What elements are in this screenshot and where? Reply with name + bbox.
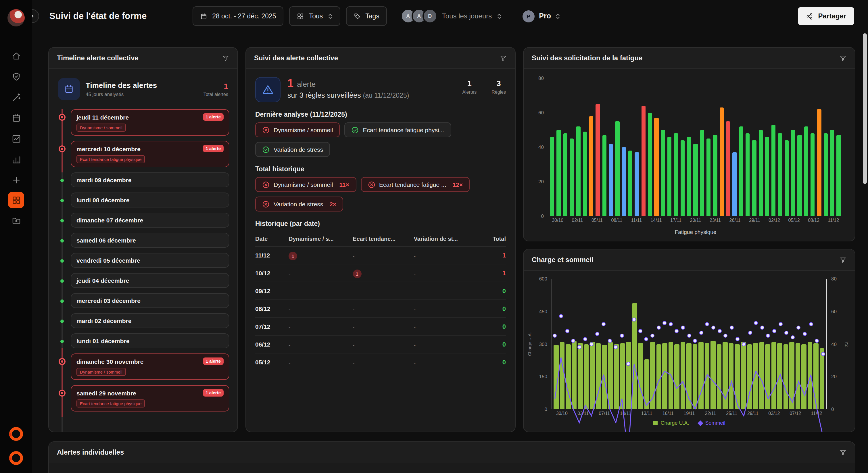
panel-charge-sommeil: Charge et sommeil Charge U.A. 0150300450… [523, 249, 855, 432]
players-filter[interactable]: AAD Tous les joueurs [401, 9, 501, 24]
user-avatar[interactable] [7, 9, 25, 26]
timeline-item[interactable]: samedi 06 décembre [57, 233, 229, 248]
sidebar-item-dashboard-active[interactable] [8, 192, 24, 208]
filter-button[interactable] [839, 448, 847, 456]
stat-alertes-value: 1 [462, 79, 476, 88]
fatigue-bar [707, 138, 711, 216]
panel-header: Charge et sommeil [524, 249, 855, 271]
fatigue-bar [804, 126, 808, 216]
empty-cell: - [353, 360, 355, 366]
fatigue-bar [758, 130, 763, 216]
fatigue-bar [791, 130, 795, 216]
sidebar-item-stats[interactable] [6, 130, 26, 147]
x-tick-label: 20/11 [686, 218, 706, 223]
timeline-item[interactable]: vendredi 05 décembre [57, 253, 229, 268]
filter-button[interactable] [839, 256, 847, 263]
chevrons-updown-icon [328, 12, 333, 20]
table-row[interactable]: 05/12---0 [255, 353, 506, 371]
row-total: 0 [475, 341, 506, 348]
scrollbar-thumb[interactable] [863, 33, 867, 184]
timeline-item[interactable]: mardi 02 décembre [57, 313, 229, 328]
axis-tick-label: 60 [831, 309, 837, 314]
app-logo-secondary [9, 451, 23, 465]
timeline-item[interactable]: mercredi 03 décembre [57, 293, 229, 308]
fatigue-bar [635, 152, 639, 216]
fatigue-bar [700, 130, 704, 216]
table-row[interactable]: 08/12---0 [255, 300, 506, 318]
row-date: 05/12 [255, 359, 288, 366]
sidebar-item-protection[interactable] [6, 68, 26, 85]
calendar-icon [200, 12, 208, 20]
fatigue-bar [602, 135, 607, 216]
timeline-summary-card: Timeline des alertes 45 jours analysés 1… [57, 76, 229, 102]
fatigue-bar [557, 130, 561, 216]
timeline-item[interactable]: dimanche 30 novembre1 alerteDynamisme / … [57, 353, 229, 380]
sidebar-item-health[interactable] [6, 171, 26, 189]
x-tick-label: 11/11 [626, 218, 646, 223]
sidebar-item-home[interactable] [6, 47, 26, 64]
rule-chip[interactable]: Ecart tendance fatigue physi... [345, 122, 451, 137]
timeline-item[interactable]: mardi 09 décembre [57, 172, 229, 187]
sommeil-point [638, 329, 642, 333]
fatigue-bar [583, 132, 587, 216]
timeline-item[interactable]: lundi 01 décembre [57, 333, 229, 348]
fatigue-plot [548, 78, 843, 216]
circle-check-icon [262, 146, 270, 153]
timeline-item[interactable]: lundi 08 décembre [57, 192, 229, 208]
sidebar-item-files[interactable] [6, 212, 26, 229]
table-row[interactable]: 07/12---0 [255, 318, 506, 336]
historic-chips: Dynamisme / sommeil11×Ecart tendance fat… [255, 177, 506, 212]
category-icon [297, 12, 304, 20]
timeline-item[interactable]: mercredi 10 décembre1 alerteEcart tendan… [57, 141, 229, 167]
row-date: 11/12 [255, 252, 288, 259]
panel-title: Charge et sommeil [532, 256, 593, 264]
day-marker-icon [60, 219, 64, 222]
rule-chip[interactable]: Dynamisme / sommeil [255, 122, 340, 137]
timeline-item[interactable]: samedi 29 novembre1 alerteEcart tendance… [57, 385, 229, 411]
historic-rule-chip[interactable]: Variation de stress2× [255, 196, 343, 212]
sidebar-item-planning[interactable] [6, 109, 26, 126]
table-header-cell: Total [475, 235, 506, 242]
topbar: Suivi de l'état de forme 28 oct. - 27 dé… [32, 0, 868, 32]
table-row[interactable]: 06/12---0 [255, 336, 506, 353]
row-total: 1 [475, 252, 506, 259]
filter-button[interactable] [222, 54, 229, 62]
group-filter-select[interactable]: Tous [289, 6, 340, 26]
table-row[interactable]: 10/12-1-1 [255, 264, 506, 282]
page-scrollbar[interactable] [863, 33, 867, 473]
sidebar-nav [6, 47, 26, 229]
table-row[interactable]: 11/121--1 [255, 247, 506, 264]
player-avatar[interactable]: D [423, 9, 437, 24]
empty-cell: - [288, 306, 290, 313]
sidebar-item-analytics[interactable] [6, 151, 26, 168]
timeline-item[interactable]: dimanche 07 décembre [57, 213, 229, 228]
page-title: Suivi de l'état de forme [50, 11, 147, 21]
historic-rule-chip[interactable]: Ecart tendance fatigue ...12× [361, 177, 470, 192]
rule-chip[interactable]: Variation de stress [255, 142, 330, 157]
timeline-item[interactable]: jeudi 04 décembre [57, 273, 229, 288]
sommeil-point [650, 334, 654, 338]
historic-rule-chip[interactable]: Dynamisme / sommeil11× [255, 177, 356, 192]
rule-chip-label: Variation de stress [274, 146, 323, 153]
sidebar-item-tools[interactable] [6, 89, 26, 106]
stat-regles: 3 Règles [492, 79, 506, 95]
fatigue-bar [570, 138, 574, 216]
share-button[interactable]: Partager [798, 7, 854, 25]
tag-icon [353, 12, 361, 20]
sommeil-point [620, 334, 624, 338]
pro-select[interactable]: P Pro [522, 10, 561, 22]
fatigue-chart: 020406080 30/1002/1105/1108/1111/1114/11… [524, 69, 855, 241]
tags-button[interactable]: Tags [346, 6, 387, 26]
empty-cell: - [288, 288, 290, 295]
fatigue-bar [596, 104, 600, 216]
x-tick-label: 05/12 [784, 218, 804, 223]
table-row[interactable]: 09/12---0 [255, 282, 506, 300]
group-filter-value: Tous [309, 13, 323, 20]
funnel-icon [839, 54, 847, 62]
sommeil-point [644, 337, 648, 341]
timeline-item[interactable]: jeudi 11 décembre1 alerteDynamisme / som… [57, 109, 229, 136]
filter-button[interactable] [499, 54, 507, 62]
filter-button[interactable] [839, 54, 847, 62]
empty-cell: - [414, 288, 416, 295]
date-range-picker[interactable]: 28 oct. - 27 déc. 2025 [192, 6, 284, 26]
